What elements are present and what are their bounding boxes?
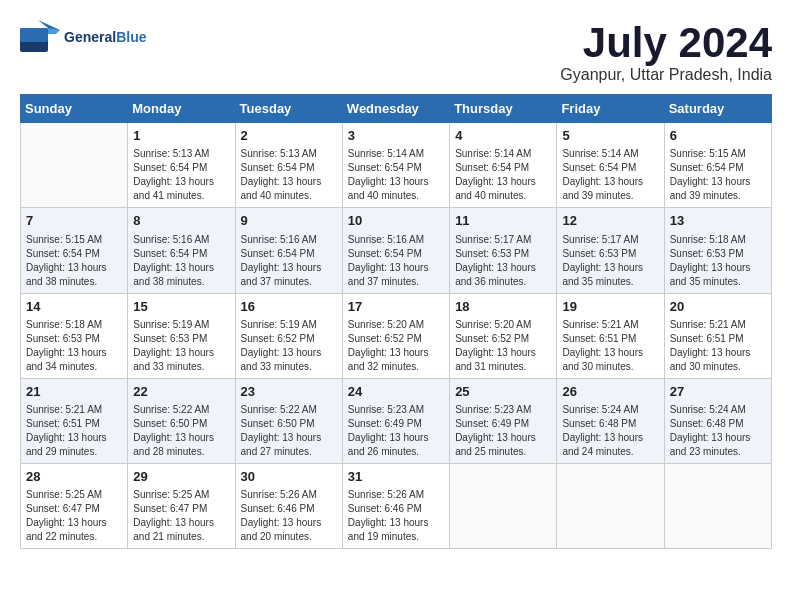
day-info: Sunrise: 5:20 AMSunset: 6:52 PMDaylight:… xyxy=(455,318,551,374)
day-info: Sunrise: 5:14 AMSunset: 6:54 PMDaylight:… xyxy=(562,147,658,203)
day-number: 4 xyxy=(455,127,551,145)
day-info: Sunrise: 5:14 AMSunset: 6:54 PMDaylight:… xyxy=(455,147,551,203)
day-info: Sunrise: 5:22 AMSunset: 6:50 PMDaylight:… xyxy=(133,403,229,459)
calendar-cell: 25Sunrise: 5:23 AMSunset: 6:49 PMDayligh… xyxy=(450,378,557,463)
logo-blue: Blue xyxy=(116,29,146,45)
day-number: 23 xyxy=(241,383,337,401)
day-number: 6 xyxy=(670,127,766,145)
calendar-cell: 15Sunrise: 5:19 AMSunset: 6:53 PMDayligh… xyxy=(128,293,235,378)
day-number: 25 xyxy=(455,383,551,401)
week-row-3: 14Sunrise: 5:18 AMSunset: 6:53 PMDayligh… xyxy=(21,293,772,378)
header-friday: Friday xyxy=(557,95,664,123)
calendar-cell: 4Sunrise: 5:14 AMSunset: 6:54 PMDaylight… xyxy=(450,123,557,208)
day-info: Sunrise: 5:15 AMSunset: 6:54 PMDaylight:… xyxy=(26,233,122,289)
day-info: Sunrise: 5:19 AMSunset: 6:52 PMDaylight:… xyxy=(241,318,337,374)
day-info: Sunrise: 5:17 AMSunset: 6:53 PMDaylight:… xyxy=(455,233,551,289)
day-number: 10 xyxy=(348,212,444,230)
calendar-cell: 19Sunrise: 5:21 AMSunset: 6:51 PMDayligh… xyxy=(557,293,664,378)
calendar-cell: 29Sunrise: 5:25 AMSunset: 6:47 PMDayligh… xyxy=(128,463,235,548)
day-info: Sunrise: 5:23 AMSunset: 6:49 PMDaylight:… xyxy=(348,403,444,459)
calendar-cell: 10Sunrise: 5:16 AMSunset: 6:54 PMDayligh… xyxy=(342,208,449,293)
day-number: 13 xyxy=(670,212,766,230)
day-number: 29 xyxy=(133,468,229,486)
calendar-cell xyxy=(664,463,771,548)
day-number: 17 xyxy=(348,298,444,316)
header-monday: Monday xyxy=(128,95,235,123)
calendar-cell xyxy=(557,463,664,548)
day-info: Sunrise: 5:15 AMSunset: 6:54 PMDaylight:… xyxy=(670,147,766,203)
header-sunday: Sunday xyxy=(21,95,128,123)
day-number: 2 xyxy=(241,127,337,145)
month-title: July 2024 xyxy=(560,20,772,66)
day-info: Sunrise: 5:25 AMSunset: 6:47 PMDaylight:… xyxy=(26,488,122,544)
calendar-cell: 27Sunrise: 5:24 AMSunset: 6:48 PMDayligh… xyxy=(664,378,771,463)
day-info: Sunrise: 5:18 AMSunset: 6:53 PMDaylight:… xyxy=(26,318,122,374)
day-number: 21 xyxy=(26,383,122,401)
calendar-cell: 31Sunrise: 5:26 AMSunset: 6:46 PMDayligh… xyxy=(342,463,449,548)
day-info: Sunrise: 5:14 AMSunset: 6:54 PMDaylight:… xyxy=(348,147,444,203)
calendar: SundayMondayTuesdayWednesdayThursdayFrid… xyxy=(20,94,772,549)
day-number: 14 xyxy=(26,298,122,316)
day-number: 24 xyxy=(348,383,444,401)
header-wednesday: Wednesday xyxy=(342,95,449,123)
day-number: 1 xyxy=(133,127,229,145)
svg-rect-1 xyxy=(20,28,48,42)
day-number: 28 xyxy=(26,468,122,486)
day-info: Sunrise: 5:19 AMSunset: 6:53 PMDaylight:… xyxy=(133,318,229,374)
header-tuesday: Tuesday xyxy=(235,95,342,123)
day-info: Sunrise: 5:21 AMSunset: 6:51 PMDaylight:… xyxy=(670,318,766,374)
day-number: 27 xyxy=(670,383,766,401)
calendar-cell: 20Sunrise: 5:21 AMSunset: 6:51 PMDayligh… xyxy=(664,293,771,378)
title-block: July 2024 Gyanpur, Uttar Pradesh, India xyxy=(560,20,772,84)
calendar-cell: 7Sunrise: 5:15 AMSunset: 6:54 PMDaylight… xyxy=(21,208,128,293)
calendar-cell: 18Sunrise: 5:20 AMSunset: 6:52 PMDayligh… xyxy=(450,293,557,378)
day-number: 7 xyxy=(26,212,122,230)
day-number: 3 xyxy=(348,127,444,145)
logo-icon xyxy=(20,20,60,56)
day-info: Sunrise: 5:23 AMSunset: 6:49 PMDaylight:… xyxy=(455,403,551,459)
calendar-cell: 11Sunrise: 5:17 AMSunset: 6:53 PMDayligh… xyxy=(450,208,557,293)
calendar-cell: 12Sunrise: 5:17 AMSunset: 6:53 PMDayligh… xyxy=(557,208,664,293)
day-info: Sunrise: 5:13 AMSunset: 6:54 PMDaylight:… xyxy=(133,147,229,203)
day-number: 22 xyxy=(133,383,229,401)
calendar-header-row: SundayMondayTuesdayWednesdayThursdayFrid… xyxy=(21,95,772,123)
day-info: Sunrise: 5:13 AMSunset: 6:54 PMDaylight:… xyxy=(241,147,337,203)
calendar-cell: 1Sunrise: 5:13 AMSunset: 6:54 PMDaylight… xyxy=(128,123,235,208)
day-number: 20 xyxy=(670,298,766,316)
logo: GeneralBlue xyxy=(20,20,146,56)
calendar-cell: 26Sunrise: 5:24 AMSunset: 6:48 PMDayligh… xyxy=(557,378,664,463)
day-info: Sunrise: 5:16 AMSunset: 6:54 PMDaylight:… xyxy=(241,233,337,289)
calendar-cell: 3Sunrise: 5:14 AMSunset: 6:54 PMDaylight… xyxy=(342,123,449,208)
day-number: 5 xyxy=(562,127,658,145)
day-number: 18 xyxy=(455,298,551,316)
calendar-cell: 16Sunrise: 5:19 AMSunset: 6:52 PMDayligh… xyxy=(235,293,342,378)
location: Gyanpur, Uttar Pradesh, India xyxy=(560,66,772,84)
day-info: Sunrise: 5:25 AMSunset: 6:47 PMDaylight:… xyxy=(133,488,229,544)
day-info: Sunrise: 5:16 AMSunset: 6:54 PMDaylight:… xyxy=(133,233,229,289)
logo-general: General xyxy=(64,29,116,45)
header-thursday: Thursday xyxy=(450,95,557,123)
calendar-cell: 24Sunrise: 5:23 AMSunset: 6:49 PMDayligh… xyxy=(342,378,449,463)
day-number: 15 xyxy=(133,298,229,316)
day-number: 19 xyxy=(562,298,658,316)
calendar-cell: 23Sunrise: 5:22 AMSunset: 6:50 PMDayligh… xyxy=(235,378,342,463)
day-info: Sunrise: 5:21 AMSunset: 6:51 PMDaylight:… xyxy=(562,318,658,374)
day-info: Sunrise: 5:24 AMSunset: 6:48 PMDaylight:… xyxy=(562,403,658,459)
calendar-cell: 8Sunrise: 5:16 AMSunset: 6:54 PMDaylight… xyxy=(128,208,235,293)
day-info: Sunrise: 5:20 AMSunset: 6:52 PMDaylight:… xyxy=(348,318,444,374)
calendar-cell: 9Sunrise: 5:16 AMSunset: 6:54 PMDaylight… xyxy=(235,208,342,293)
calendar-cell: 14Sunrise: 5:18 AMSunset: 6:53 PMDayligh… xyxy=(21,293,128,378)
calendar-cell: 6Sunrise: 5:15 AMSunset: 6:54 PMDaylight… xyxy=(664,123,771,208)
day-number: 16 xyxy=(241,298,337,316)
day-info: Sunrise: 5:26 AMSunset: 6:46 PMDaylight:… xyxy=(241,488,337,544)
calendar-cell xyxy=(21,123,128,208)
day-number: 8 xyxy=(133,212,229,230)
calendar-cell: 30Sunrise: 5:26 AMSunset: 6:46 PMDayligh… xyxy=(235,463,342,548)
day-number: 31 xyxy=(348,468,444,486)
calendar-cell: 13Sunrise: 5:18 AMSunset: 6:53 PMDayligh… xyxy=(664,208,771,293)
week-row-2: 7Sunrise: 5:15 AMSunset: 6:54 PMDaylight… xyxy=(21,208,772,293)
calendar-cell: 22Sunrise: 5:22 AMSunset: 6:50 PMDayligh… xyxy=(128,378,235,463)
day-number: 12 xyxy=(562,212,658,230)
calendar-cell xyxy=(450,463,557,548)
day-info: Sunrise: 5:21 AMSunset: 6:51 PMDaylight:… xyxy=(26,403,122,459)
